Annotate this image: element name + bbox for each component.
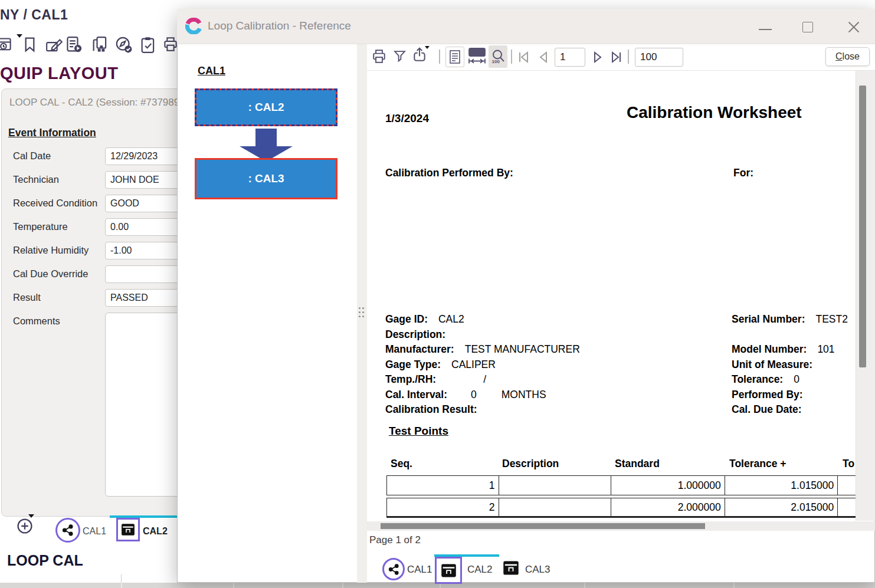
loop-cal-heading: LOOP CAL — [7, 552, 83, 569]
column-header-tolerance-plus: Tolerance + — [729, 458, 786, 470]
modal-tab-cal1-share-icon[interactable] — [382, 558, 405, 580]
copy-pages-icon[interactable] — [92, 37, 109, 53]
tab-cal1-share-icon[interactable] — [55, 518, 80, 543]
flow-arrow-icon — [255, 129, 277, 146]
screen: NY / CAL1 — [0, 0, 875, 588]
cal-date-field[interactable] — [105, 147, 188, 165]
loop-node-cal2[interactable]: : CAL2 — [195, 88, 337, 126]
technician-label: Technician — [13, 174, 59, 185]
cell-standard: 1.000000 — [611, 476, 725, 495]
tab-cal2-box-icon[interactable] — [116, 518, 140, 541]
temperature-field[interactable] — [105, 218, 188, 236]
edit-icon[interactable] — [46, 39, 63, 53]
session-icon[interactable] — [0, 37, 12, 52]
modal-tab-cal3-box-icon[interactable] — [503, 560, 519, 576]
close-window-button[interactable] — [847, 21, 860, 34]
printer-icon[interactable] — [163, 37, 178, 52]
grid-divider — [121, 583, 122, 588]
loop-node-cal3-label: : CAL3 — [248, 172, 284, 185]
export-icon[interactable] — [412, 47, 427, 63]
close-dialog-button[interactable]: Close — [825, 47, 870, 66]
export-caret-icon[interactable] — [425, 46, 430, 49]
compass-check-icon[interactable] — [116, 37, 132, 53]
page-view-button[interactable] — [445, 47, 464, 67]
next-page-button[interactable] — [591, 51, 604, 64]
toolbar-separator — [628, 50, 629, 64]
performed-by-label: Calibration Performed By: — [385, 167, 513, 179]
temperature-label: Temperature — [13, 221, 68, 232]
session-caret-icon[interactable] — [17, 34, 22, 38]
page-status: Page 1 of 2 — [369, 534, 421, 546]
page-number-input[interactable] — [555, 48, 585, 67]
column-header-standard: Standard — [615, 458, 660, 470]
tolerance-line: Tolerance:0 — [732, 373, 799, 386]
grid-divider — [121, 574, 122, 583]
loop-node-cal3[interactable]: : CAL3 — [195, 158, 337, 199]
page-width-button[interactable] — [468, 48, 486, 64]
test-points-heading: Test Points — [389, 425, 448, 438]
report-title: Calibration Worksheet — [627, 103, 802, 122]
last-page-button[interactable] — [610, 51, 623, 64]
maximize-button[interactable] — [802, 22, 813, 32]
tab-cal1[interactable]: CAL1 — [83, 526, 106, 537]
splitter[interactable] — [357, 44, 367, 583]
page-title: QUIP LAYOUT — [0, 64, 119, 83]
clipboard-check-icon[interactable] — [140, 37, 156, 53]
add-tab-button[interactable] — [17, 518, 33, 534]
modal-tab-cal1[interactable]: CAL1 — [407, 564, 432, 576]
performed-by-line: Performed By: — [732, 389, 814, 401]
description-line: Description: — [385, 329, 456, 341]
breadcrumb[interactable]: NY / CAL1 — [0, 7, 68, 23]
loop-node-cal2-label: : CAL2 — [248, 101, 284, 114]
previous-page-button[interactable] — [537, 51, 550, 64]
vertical-scrollbar-thumb[interactable] — [859, 86, 866, 367]
unit-of-measure-line: Unit of Measure: — [732, 359, 823, 371]
gage-id-line: Gage ID:CAL2 — [385, 313, 464, 326]
minimize-button[interactable] — [759, 29, 772, 30]
loop-root-label[interactable]: CAL1 — [198, 65, 225, 77]
cell-tolerance-minus — [838, 498, 856, 516]
add-tab-caret-icon[interactable] — [28, 514, 34, 518]
report-date: 1/3/2024 — [385, 112, 429, 125]
zoom-level-input[interactable] — [635, 48, 683, 67]
print-report-icon[interactable] — [372, 49, 386, 64]
splitter-grip-icon[interactable] — [359, 307, 361, 309]
filter-icon[interactable] — [394, 50, 406, 63]
grid-divider — [342, 583, 343, 588]
cell-description — [499, 498, 612, 516]
report-run-icon[interactable] — [66, 37, 83, 53]
technician-field[interactable] — [105, 171, 188, 189]
comments-field[interactable] — [105, 313, 188, 497]
received-condition-field[interactable] — [105, 195, 188, 212]
first-page-button[interactable] — [517, 51, 530, 64]
cal-due-override-field[interactable] — [105, 265, 188, 283]
panel-title: LOOP CAL - CAL2 (Session: #737989 — [9, 97, 179, 109]
tab-cal2[interactable]: CAL2 — [143, 526, 168, 537]
cal-due-override-label: Cal Due Override — [13, 268, 88, 280]
column-header-description: Description — [502, 458, 559, 470]
cell-standard: 2.000000 — [611, 498, 725, 516]
serial-number-line: Serial Number:TEST2 — [732, 313, 848, 326]
gage-type-line: Gage Type:CALIPER — [385, 359, 496, 371]
bookmark-icon[interactable] — [22, 37, 37, 52]
cell-tolerance-plus: 1.015000 — [725, 476, 838, 495]
grid-divider — [733, 583, 735, 588]
table-row: 1 1.000000 1.015000 — [386, 475, 856, 495]
toolbar-separator — [511, 50, 512, 64]
cal-due-date-line: Cal. Due Date: — [732, 403, 812, 416]
zoom-100-button[interactable]: 100 — [489, 45, 507, 68]
relative-humidity-field[interactable] — [105, 242, 188, 259]
result-field[interactable] — [105, 289, 188, 307]
manufacturer-line: Manufacturer:TEST MANUFACTURER — [385, 343, 580, 356]
zoom-icon-label: 100 — [492, 59, 500, 64]
modal-tab-cal2-box-icon[interactable] — [435, 557, 462, 584]
cal-interval-line: Cal. Interval:0MONTHS — [385, 389, 546, 401]
temp-rh-line: Temp./RH:/ — [385, 373, 486, 386]
modal-tab-cal3[interactable]: CAL3 — [525, 564, 550, 576]
modal-tab-cal2[interactable]: CAL2 — [467, 564, 493, 576]
cell-tolerance-plus: 2.015000 — [725, 498, 838, 516]
grid-row — [0, 574, 177, 583]
model-number-line: Model Number:101 — [732, 343, 835, 356]
grid-divider — [233, 583, 234, 588]
horizontal-scrollbar-thumb[interactable] — [381, 523, 705, 529]
